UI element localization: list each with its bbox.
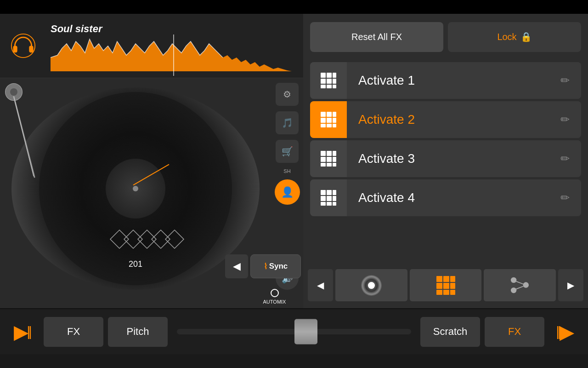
svg-rect-50 [333,202,336,206]
svg-rect-57 [436,290,442,295]
activate-edit-3[interactable]: ✏ [549,140,581,177]
svg-rect-45 [321,196,326,201]
sync-waveform-icon: ⌇ [264,262,267,271]
svg-rect-59 [450,290,455,295]
svg-rect-21 [321,85,326,88]
svg-rect-39 [321,163,326,167]
reset-fx-btn[interactable]: Reset All FX [310,22,443,52]
svg-rect-46 [327,196,332,201]
activate-grid-icon-1[interactable] [310,62,347,99]
svg-line-64 [516,286,524,289]
crossfader-handle[interactable] [294,319,317,345]
activate-edit-2[interactable]: ✏ [549,101,581,138]
svg-rect-24 [321,112,326,117]
cart-btn[interactable]: 🛒 [276,140,299,163]
svg-point-62 [511,288,516,293]
play-skip-right-btn[interactable]: ||▶ [549,316,581,348]
svg-rect-31 [327,124,332,127]
sh-label: SH [283,168,290,174]
svg-rect-35 [333,151,336,156]
sync-btn[interactable]: ⌇ Sync [250,254,301,278]
activate-label-4[interactable]: Activate 4 [347,190,549,205]
svg-rect-48 [321,202,326,206]
svg-rect-23 [333,85,336,88]
svg-marker-6 [124,230,142,248]
main-area: Soul sister 001 D-J-P [0,14,588,308]
activate-row-3: Activate 3 ✏ [310,140,581,177]
crossfader-container [172,320,416,343]
turntable-bottom-number: 201 [129,259,142,269]
svg-rect-22 [327,85,332,88]
user-btn[interactable]: 👤 [275,179,300,205]
crossfader-track[interactable] [177,329,411,334]
activate-grid-icon-2[interactable] [310,101,347,138]
svg-rect-26 [333,112,336,117]
vinyl-btn[interactable] [335,269,407,301]
svg-rect-54 [436,283,442,289]
orange-needle [133,164,170,185]
svg-rect-38 [333,157,336,162]
waveform-visual [51,34,296,76]
right-panel: Reset All FX Lock 🔒 [303,14,588,308]
edit-icon-4: ✏ [560,191,570,204]
arrow-left-btn[interactable]: ◀ [225,254,248,278]
arrow-right-btn-fx[interactable]: ▶ [558,269,583,301]
share-icon [509,276,530,294]
pitch-btn[interactable]: Pitch [108,317,168,347]
play-skip-left-btn[interactable]: ▶|| [7,316,39,348]
svg-rect-43 [327,190,332,195]
activate-row-2: Activate 2 ✏ [310,101,581,138]
activate-grid-icon-4[interactable] [310,179,347,216]
svg-rect-2 [29,46,33,53]
svg-rect-27 [321,118,326,123]
fx-left-btn[interactable]: FX [44,317,103,347]
edit-icon-1: ✏ [560,74,570,87]
music-add-btn[interactable]: 🎵 [276,111,299,134]
svg-point-60 [511,277,516,283]
track-title: Soul sister [51,23,102,35]
svg-rect-58 [443,290,449,295]
svg-rect-15 [321,73,326,78]
svg-marker-9 [165,230,184,248]
svg-rect-41 [333,163,336,167]
scratch-btn[interactable]: Scratch [420,317,480,347]
grid-btn-fx[interactable] [410,269,482,301]
svg-marker-7 [138,230,156,248]
lock-btn[interactable]: Lock 🔒 [448,22,581,52]
svg-line-14 [14,97,34,176]
turntable-center [106,159,165,218]
svg-rect-30 [321,124,326,127]
activate-grid-icon-3[interactable] [310,140,347,177]
fx-right-btn[interactable]: FX [485,317,544,347]
grid-icon-fx [435,275,456,296]
activate-label-2[interactable]: Activate 2 [347,112,549,127]
svg-rect-37 [327,157,332,162]
activate-list: Activate 1 ✏ [303,60,588,262]
activate-edit-4[interactable]: ✏ [549,179,581,216]
arrow-left-btn-fx[interactable]: ◀ [308,269,333,301]
svg-rect-25 [327,112,332,117]
svg-rect-40 [327,163,332,167]
lock-label: Lock [497,32,516,42]
play-right-icon: ||▶ [556,321,574,343]
svg-rect-19 [327,79,332,84]
turntable-center-dot [133,186,138,191]
share-btn[interactable] [484,269,556,301]
svg-rect-56 [450,283,455,289]
headphones-icon[interactable] [7,30,39,62]
svg-rect-16 [327,73,332,78]
activate-edit-1[interactable]: ✏ [549,62,581,99]
lock-icon: 🔒 [520,31,532,42]
svg-rect-47 [333,196,336,201]
activate-label-1[interactable]: Activate 1 [347,73,549,88]
bottom-bar: ▶|| FX Pitch Scratch FX ||▶ [0,308,588,354]
sync-label: Sync [269,262,288,271]
svg-rect-18 [321,79,326,84]
settings-btn[interactable]: ⚙ [276,83,299,106]
play-left-icon: ▶|| [14,321,32,343]
svg-point-12 [10,88,17,96]
svg-rect-28 [327,118,332,123]
activate-label-3[interactable]: Activate 3 [347,151,549,166]
top-bar [0,0,588,14]
svg-point-61 [523,282,529,288]
